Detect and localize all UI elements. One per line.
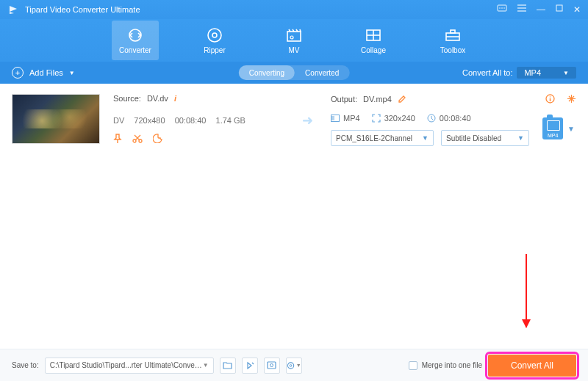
- source-filename: DV.dv: [147, 94, 168, 103]
- svg-rect-7: [556, 5, 562, 11]
- collage-icon: [365, 27, 381, 43]
- edit-icon[interactable]: [398, 95, 406, 104]
- chevron-down-icon[interactable]: ▼: [567, 125, 575, 133]
- mode-converting[interactable]: Converting: [239, 65, 295, 80]
- app-title: Tipard Video Converter Ultimate: [25, 5, 497, 14]
- mode-tabs: Converting Converted: [239, 65, 350, 80]
- close-icon[interactable]: ✕: [573, 4, 581, 15]
- tab-collage[interactable]: Collage: [350, 21, 397, 60]
- annotation-arrow: [526, 254, 527, 327]
- output-column: Output: DV.mp4 MP4 320x240 00:08:40 PCM_…: [331, 94, 576, 146]
- output-meta: MP4 320x240 00:08:40: [331, 114, 576, 123]
- speed-button[interactable]: [242, 358, 258, 374]
- subtitle-select[interactable]: Subtitle Disabled ▼: [441, 130, 529, 146]
- svg-point-1: [499, 7, 501, 9]
- svg-rect-27: [268, 362, 276, 369]
- feedback-icon[interactable]: [497, 4, 507, 15]
- ripper-icon: [207, 27, 223, 43]
- output-label: Output:: [331, 95, 357, 104]
- output-selects: PCM_S16LE-2Channel ▼ Subtitle Disabled ▼: [331, 130, 576, 146]
- source-meta: DV 720x480 00:08:40 1.74 GB: [113, 116, 284, 125]
- svg-point-9: [208, 29, 221, 42]
- info-icon[interactable]: i: [174, 94, 176, 103]
- menu-icon[interactable]: [517, 4, 526, 15]
- svg-point-28: [270, 364, 273, 367]
- tab-mv[interactable]: MV: [270, 21, 318, 60]
- chevron-down-icon: ▼: [563, 70, 569, 76]
- chevron-down-icon: ▼: [203, 362, 209, 369]
- output-resolution: 320x240: [384, 114, 415, 123]
- source-actions: [113, 134, 284, 144]
- add-files-label: Add Files: [29, 68, 63, 77]
- source-container: DV: [113, 116, 124, 125]
- convert-all-button[interactable]: Convert All: [488, 355, 576, 377]
- svg-rect-17: [451, 30, 455, 33]
- footer: Save to: C:\Tipard Studio\Tipard...rter …: [0, 349, 588, 381]
- open-folder-button[interactable]: [220, 358, 236, 374]
- source-column: Source: DV.dv i DV 720x480 00:08:40 1.74…: [113, 94, 284, 146]
- palette-icon[interactable]: [153, 134, 163, 144]
- output-duration: 00:08:40: [440, 114, 471, 123]
- tab-toolbox[interactable]: Toolbox: [429, 21, 476, 60]
- merge-checkbox[interactable]: Merge into one file: [409, 361, 482, 370]
- video-thumbnail[interactable]: [12, 94, 100, 144]
- convert-all-to: Convert All to: MP4 ▼: [462, 67, 576, 79]
- format-icon: [331, 115, 340, 122]
- subbar: + Add Files ▼ Converting Converted Conve…: [0, 62, 588, 84]
- output-container: MP4: [343, 114, 360, 123]
- checkbox-icon: [409, 361, 417, 370]
- settings-button[interactable]: ▼: [286, 358, 302, 374]
- info-circle-icon[interactable]: [545, 94, 555, 104]
- save-path-select[interactable]: C:\Tipard Studio\Tipard...rter Ultimate\…: [45, 358, 214, 374]
- chevron-down-icon: ▼: [69, 70, 75, 76]
- output-filename: DV.mp4: [363, 95, 392, 104]
- gpu-button[interactable]: [264, 358, 280, 374]
- pin-icon[interactable]: [113, 134, 122, 144]
- save-path-value: C:\Tipard Studio\Tipard...rter Ultimate\…: [50, 361, 203, 369]
- convert-all-format-select[interactable]: MP4 ▼: [517, 67, 576, 79]
- mv-icon: [286, 27, 302, 43]
- converter-icon: [127, 27, 143, 43]
- svg-point-3: [503, 7, 505, 9]
- svg-point-29: [287, 362, 293, 368]
- content-area: Source: DV.dv i DV 720x480 00:08:40 1.74…: [0, 84, 588, 349]
- add-files-button[interactable]: + Add Files ▼: [12, 67, 75, 79]
- svg-point-8: [129, 29, 141, 41]
- audio-select-value: PCM_S16LE-2Channel: [336, 134, 412, 142]
- svg-point-30: [290, 364, 292, 366]
- source-size: 1.74 GB: [216, 116, 245, 125]
- output-format-badge[interactable]: MP4 ▼: [542, 117, 575, 139]
- arrow-icon: ➜: [302, 112, 313, 128]
- format-badge: MP4: [542, 117, 563, 139]
- cut-icon[interactable]: [132, 134, 143, 144]
- app-logo: [7, 4, 19, 15]
- maximize-icon[interactable]: [556, 4, 563, 15]
- chevron-down-icon: ▼: [422, 134, 429, 142]
- resolution-icon: [372, 114, 381, 123]
- svg-line-26: [252, 363, 254, 364]
- svg-point-10: [212, 33, 217, 37]
- tab-ripper[interactable]: Ripper: [191, 21, 238, 60]
- tab-label: Toolbox: [440, 46, 465, 54]
- compress-icon[interactable]: [567, 94, 576, 104]
- convert-all-label: Convert All to:: [462, 68, 512, 77]
- save-to-label: Save to:: [12, 361, 39, 369]
- main-toolbar: Converter Ripper MV Collage Toolbox: [0, 19, 588, 62]
- duration-icon: [427, 114, 436, 123]
- badge-label: MP4: [548, 133, 558, 138]
- minimize-icon[interactable]: —: [537, 4, 545, 15]
- tab-label: Ripper: [204, 46, 225, 54]
- mode-converted[interactable]: Converted: [295, 65, 349, 80]
- convert-all-format-value: MP4: [524, 68, 541, 77]
- source-duration: 00:08:40: [175, 116, 207, 125]
- tab-label: Collage: [361, 46, 386, 54]
- toolbox-icon: [445, 27, 461, 43]
- tab-label: Converter: [119, 46, 151, 54]
- merge-label: Merge into one file: [422, 361, 482, 369]
- svg-point-2: [501, 7, 503, 9]
- tab-converter[interactable]: Converter: [112, 21, 159, 60]
- chevron-down-icon: ▼: [517, 134, 524, 142]
- audio-select[interactable]: PCM_S16LE-2Channel ▼: [331, 130, 434, 146]
- svg-point-12: [290, 36, 293, 39]
- chevron-down-icon: ▼: [296, 363, 301, 368]
